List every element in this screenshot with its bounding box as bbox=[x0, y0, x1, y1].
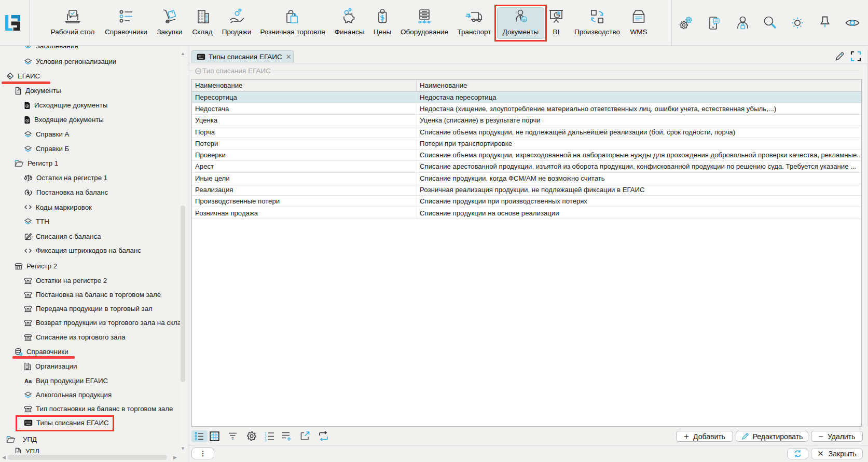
svg-text:3: 3 bbox=[265, 438, 267, 441]
